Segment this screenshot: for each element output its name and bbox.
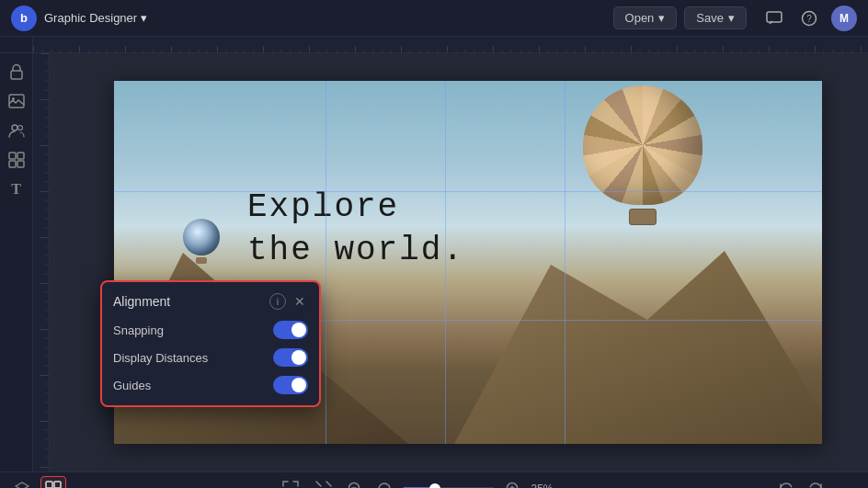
zoom-in-button[interactable] (502, 478, 524, 489)
popup-header: Alignment i ✕ (113, 293, 308, 310)
svg-point-12 (12, 125, 17, 131)
sidebar: T (0, 53, 33, 471)
ruler-top (33, 37, 868, 52)
svg-rect-14 (9, 153, 16, 159)
zoom-slider-thumb[interactable] (429, 483, 440, 489)
bottombar-center: 35% (278, 476, 564, 489)
more-options-button[interactable]: ··· (833, 476, 859, 489)
bottombar-right: ··· (774, 476, 859, 489)
svg-rect-9 (11, 71, 22, 79)
layers-icon[interactable] (9, 476, 35, 489)
avatar-letter: M (839, 12, 849, 25)
balloon-small (183, 219, 220, 265)
comment-icon[interactable] (761, 6, 787, 31)
grid-icon[interactable] (40, 476, 66, 489)
popup-close-button[interactable]: ✕ (291, 293, 308, 310)
sidebar-icon-image[interactable] (4, 88, 29, 114)
popup-row-display-distances: Display Distances (113, 348, 308, 367)
snapping-label: Snapping (113, 323, 273, 337)
balloon-large-envelope (583, 85, 702, 205)
save-chevron: ▾ (728, 11, 735, 25)
svg-point-13 (17, 126, 22, 131)
canvas-content: Explore the world. Alignment i (50, 53, 868, 471)
open-chevron: ▾ (658, 11, 665, 25)
svg-rect-8 (33, 37, 868, 52)
topbar-right-icons: ? M (761, 6, 857, 31)
svg-rect-16 (9, 161, 16, 167)
display-distances-label: Display Distances (113, 351, 273, 365)
ruler-left (33, 53, 50, 471)
canvas-area: Explore the world. Alignment i (33, 53, 868, 471)
save-label: Save (696, 11, 724, 25)
app-name-label: Graphic Designer (44, 11, 137, 25)
balloon-large (583, 85, 702, 233)
fit-icon[interactable] (311, 476, 337, 489)
guides-label: Guides (113, 379, 273, 392)
help-icon[interactable]: ? (796, 6, 822, 31)
alignment-popup: Alignment i ✕ Snapping Display Distances (100, 280, 321, 407)
canvas-text: Explore the world. (247, 187, 464, 273)
zoom-percent-label: 35% (531, 482, 564, 489)
app-logo[interactable]: b (11, 6, 37, 31)
snapping-toggle[interactable] (273, 321, 308, 339)
main-area: T (0, 53, 868, 471)
svg-rect-17 (17, 161, 24, 167)
zoom-out-button[interactable] (344, 478, 366, 489)
bottombar-left (9, 476, 66, 489)
svg-text:?: ? (806, 14, 812, 24)
user-avatar[interactable]: M (831, 6, 857, 31)
popup-row-snapping: Snapping (113, 321, 308, 339)
bottombar: 35% ··· (0, 471, 868, 488)
canvas-text-line2: the world. (247, 230, 464, 273)
app-name-dropdown[interactable]: Graphic Designer ▾ (44, 11, 147, 25)
popup-title: Alignment (113, 294, 264, 309)
canvas-text-line1: Explore (247, 187, 464, 230)
popup-info-button[interactable]: i (269, 293, 286, 310)
redo-button[interactable] (804, 477, 828, 489)
svg-rect-0 (767, 12, 782, 22)
svg-point-31 (379, 483, 390, 489)
undo-button[interactable] (774, 477, 798, 489)
svg-rect-25 (54, 482, 61, 488)
balloon-small-envelope (183, 219, 220, 255)
zoom-reset-button[interactable] (373, 478, 395, 489)
svg-rect-15 (17, 153, 24, 159)
guides-toggle[interactable] (273, 376, 308, 394)
sidebar-icon-text[interactable]: T (4, 176, 29, 202)
sidebar-icon-shapes[interactable] (4, 147, 29, 173)
open-button[interactable]: Open ▾ (613, 6, 678, 29)
open-label: Open (625, 11, 655, 25)
balloon-large-basket (629, 209, 657, 225)
popup-row-guides: Guides (113, 376, 308, 394)
app-name-chevron: ▾ (141, 11, 147, 25)
svg-rect-23 (33, 53, 49, 471)
svg-rect-24 (46, 482, 52, 488)
balloon-small-basket (196, 257, 207, 264)
sidebar-icon-people[interactable] (4, 118, 29, 143)
topbar: b Graphic Designer ▾ Open ▾ Save ▾ ? M (0, 0, 868, 37)
expand-icon[interactable] (278, 476, 303, 489)
save-button[interactable]: Save ▾ (684, 6, 747, 29)
sidebar-icon-lock[interactable] (4, 59, 29, 85)
display-distances-toggle[interactable] (273, 348, 308, 367)
